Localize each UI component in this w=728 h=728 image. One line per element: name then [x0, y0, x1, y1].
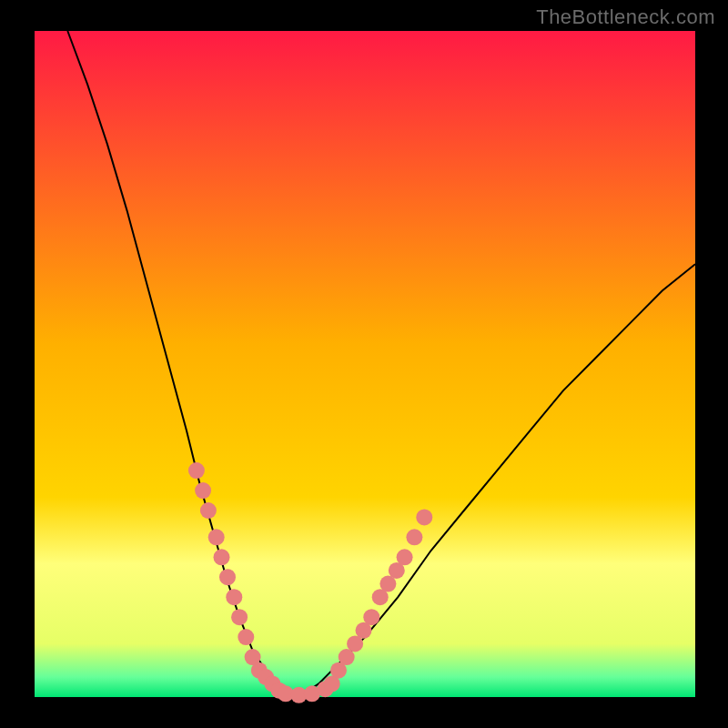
chart-frame: TheBottleneck.com	[0, 0, 728, 728]
watermark-text: TheBottleneck.com	[536, 5, 715, 29]
plot-area	[35, 31, 695, 697]
marker-dot	[238, 629, 254, 645]
marker-dot	[219, 569, 236, 585]
marker-dot	[416, 509, 432, 525]
marker-dot	[406, 529, 422, 545]
marker-dot	[195, 482, 211, 499]
marker-dot	[397, 549, 413, 565]
marker-dot	[226, 589, 242, 605]
marker-dot	[188, 462, 205, 479]
bottleneck-chart	[0, 0, 728, 728]
marker-dot	[214, 549, 230, 565]
marker-dot	[231, 609, 248, 625]
marker-dot	[363, 609, 379, 625]
marker-dot	[208, 529, 225, 545]
marker-dot	[200, 502, 217, 519]
